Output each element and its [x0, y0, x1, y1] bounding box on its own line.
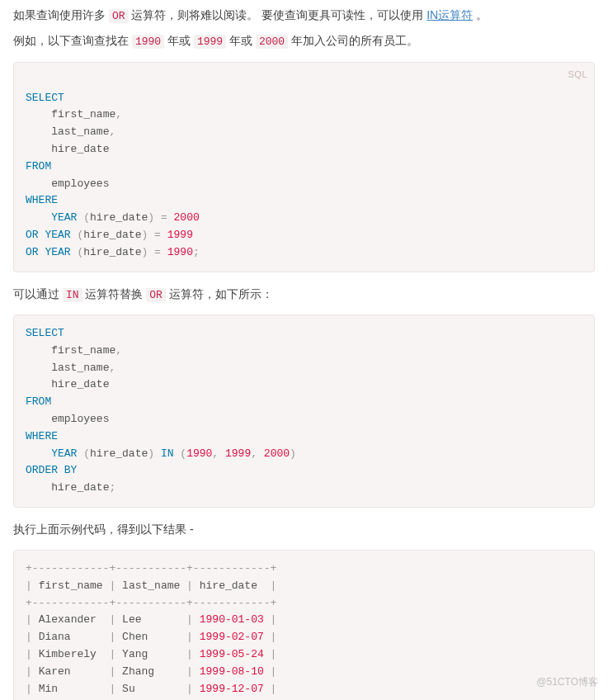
num-1999: 1999: [167, 229, 193, 241]
fn-year: YEAR: [45, 229, 70, 241]
arg-hiredate: hire_date: [83, 246, 141, 258]
kw-select: SELECT: [26, 92, 64, 104]
text: 。: [476, 8, 488, 21]
kw-or-2: OR: [26, 246, 39, 258]
col-lastname: last_name: [51, 125, 109, 138]
or-inline-code: OR: [109, 9, 129, 23]
text: 年或: [167, 34, 194, 47]
num-1999: 1999: [225, 447, 251, 460]
text: 如果查询使用许多: [13, 8, 109, 21]
language-badge: SQL: [568, 68, 587, 83]
in-inline-code: IN: [63, 288, 82, 302]
kw-or-1: OR: [26, 229, 39, 241]
order-col: hire_date: [51, 481, 109, 494]
year-1999-code: 1999: [194, 35, 226, 49]
arg-hiredate: hire_date: [90, 211, 148, 224]
sql-in-query-block[interactable]: SELECT first_name, last_name, hire_date …: [13, 315, 595, 508]
arg-hiredate: hire_date: [90, 447, 148, 460]
fn-year: YEAR: [45, 246, 70, 258]
fn-year: YEAR: [51, 447, 77, 460]
fn-year: YEAR: [51, 211, 77, 224]
kw-where: WHERE: [26, 430, 58, 442]
replace-paragraph: 可以通过 IN 运算符替换 OR 运算符，如下所示：: [13, 284, 595, 305]
text: 运算符，则将难以阅读。 要使查询更具可读性，可以使用: [131, 8, 427, 21]
text: 运算符，如下所示：: [169, 287, 273, 300]
num-2000: 2000: [174, 211, 200, 224]
kw-orderby: ORDER BY: [26, 464, 77, 476]
result-block[interactable]: +------------+-----------+------------+ …: [13, 550, 595, 700]
intro-paragraph-2: 例如，以下查询查找在 1990 年或 1999 年或 2000 年加入公司的所有…: [13, 31, 595, 51]
col-firstname: first_name: [51, 108, 115, 121]
num-1990: 1990: [167, 246, 193, 258]
arg-hiredate: hire_date: [83, 229, 141, 241]
kw-from: FROM: [26, 160, 51, 173]
num-1990: 1990: [186, 447, 212, 460]
year-2000-code: 2000: [256, 35, 288, 49]
col-hiredate: hire_date: [51, 378, 109, 390]
text: 年或: [229, 34, 256, 47]
text: 运算符替换: [85, 287, 146, 300]
kw-in: IN: [161, 447, 174, 460]
table-employees: employees: [51, 413, 109, 425]
text: 例如，以下查询查找在: [13, 34, 132, 47]
text: 年加入公司的所有员工。: [291, 34, 418, 47]
kw-where: WHERE: [26, 194, 58, 206]
col-lastname: last_name: [51, 362, 109, 374]
intro-paragraph-1: 如果查询使用许多 OR 运算符，则将难以阅读。 要使查询更具可读性，可以使用 I…: [13, 5, 595, 26]
table-employees: employees: [51, 177, 109, 190]
or-inline-code: OR: [146, 288, 166, 302]
in-operator-link[interactable]: IN运算符: [427, 8, 473, 21]
kw-select: SELECT: [26, 327, 64, 339]
col-firstname: first_name: [51, 344, 115, 357]
year-1990-code: 1990: [132, 35, 164, 49]
col-hiredate: hire_date: [51, 143, 109, 155]
num-2000: 2000: [264, 447, 290, 460]
kw-from: FROM: [26, 395, 51, 408]
result-intro: 执行上面示例代码，得到以下结果 -: [13, 519, 595, 540]
sql-or-query-block[interactable]: SQLSELECT first_name, last_name, hire_da…: [13, 62, 595, 272]
text: 可以通过: [13, 287, 63, 300]
